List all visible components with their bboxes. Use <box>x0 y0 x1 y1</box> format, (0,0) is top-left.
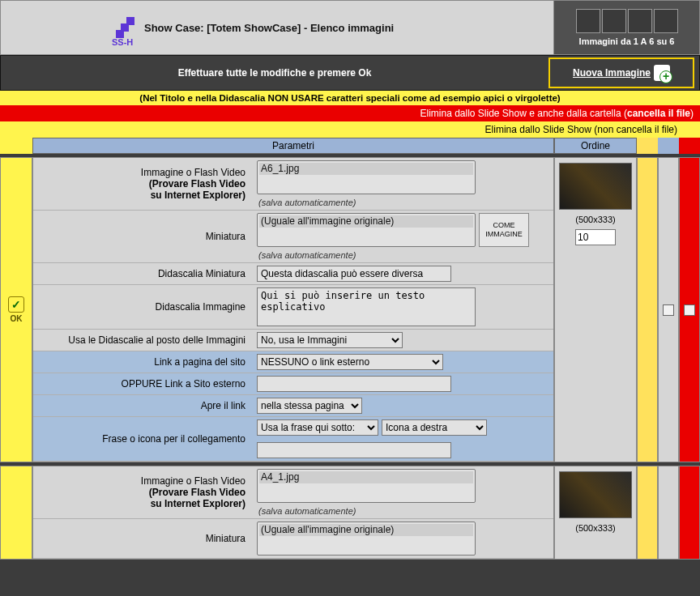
delete-slide-checkbox[interactable] <box>663 304 674 316</box>
image-file-select[interactable]: A6_1.jpg <box>257 160 476 194</box>
auto-save-note: (salva automaticamente) <box>257 250 548 260</box>
red-cell <box>679 157 700 462</box>
label-phrase-icon: Frase o icona per il collegamento <box>33 417 252 461</box>
header-right: Immagini da 1 A 6 su 6 <box>553 1 699 54</box>
phrase-input[interactable] <box>257 442 451 458</box>
miniature-select[interactable]: (Uguale all'immagine originale) <box>257 522 476 556</box>
params-cell: Immagine o Flash Video (Provare Flash Vi… <box>32 157 554 462</box>
header-left: SS-H Show Case: [Totem ShowCase] - Elenc… <box>1 1 553 54</box>
label-line2: (Provare Flash Video <box>149 487 245 498</box>
label-miniature: Miniatura <box>33 211 252 262</box>
action-message: Effettuare tutte le modifiche e premere … <box>1 67 548 79</box>
logo-label: SS-H <box>112 37 133 47</box>
image-file-select[interactable]: A4_1.jpg <box>257 469 476 503</box>
use-didascalie-select[interactable]: No, usa le Immagini <box>257 332 403 348</box>
delete-file-bold: cancella il file <box>627 108 690 119</box>
new-image-label: Nuova Immagine <box>573 67 651 79</box>
delete-file-text: Elimina dallo Slide Show e anche dalla c… <box>420 108 626 119</box>
delete-slide-bar: Elimina dallo Slide Show (non cancella i… <box>0 121 700 138</box>
image-row: OK Immagine o Flash Video (Provare Flash… <box>0 154 700 462</box>
blue-cell <box>658 157 679 462</box>
miniature-select[interactable]: (Uguale all'immagine originale) <box>257 213 476 247</box>
header-bar: SS-H Show Case: [Totem ShowCase] - Elenc… <box>0 0 700 55</box>
yellow-cell <box>637 466 658 560</box>
label-miniature: Miniatura <box>33 519 252 558</box>
order-dimensions: (500x333) <box>575 215 616 224</box>
label-link-page: Link a pagina del sito <box>33 351 252 372</box>
thumbnail[interactable] <box>602 9 626 33</box>
order-cell: (500x333) <box>554 466 637 560</box>
auto-save-note: (salva automaticamente) <box>257 506 548 516</box>
auto-save-note: (salva automaticamente) <box>257 198 548 207</box>
image-row: Immagine o Flash Video (Provare Flash Vi… <box>0 462 700 560</box>
red-cell <box>679 466 700 560</box>
label-line1: Immagine o Flash Video <box>141 475 245 487</box>
warning-bar: (Nel Titolo e nella Didascalia NON USARE… <box>0 91 700 105</box>
label-did-min: Didascalia Miniatura <box>33 263 252 284</box>
label-line3: su Internet Explorer) <box>151 498 245 509</box>
delete-file-bar: Elimina dallo Slide Show e anche dalla c… <box>0 105 700 121</box>
action-bar: Effettuare tutte le modifiche e premere … <box>0 55 700 91</box>
miniature-option[interactable]: (Uguale all'immagine originale) <box>259 524 473 536</box>
thumbnail[interactable] <box>576 9 600 33</box>
link-page-select[interactable]: NESSUNO o link esterno <box>257 354 443 370</box>
new-image-button[interactable]: Nuova Immagine <box>548 57 694 88</box>
come-immagine-button[interactable]: COME IMMAGINE <box>479 213 529 247</box>
thumbnail-strip <box>576 9 678 33</box>
image-counter: Immagini da 1 A 6 su 6 <box>579 36 675 46</box>
col-blue <box>658 138 679 154</box>
label-image-flash: Immagine o Flash Video (Provare Flash Vi… <box>33 158 252 210</box>
phrase-select-2[interactable]: Icona a destra <box>382 419 487 436</box>
add-icon <box>654 65 670 81</box>
phrase-select-1[interactable]: Usa la frase qui sotto: <box>257 419 378 436</box>
delete-file-suffix: ) <box>690 108 694 119</box>
yellow-cell <box>637 157 658 462</box>
delete-file-checkbox[interactable] <box>684 304 695 316</box>
label-line3: su Internet Explorer) <box>151 189 245 201</box>
didascalia-immagine-input[interactable]: Qui si può inserire un testo esplicativo <box>257 287 476 326</box>
open-link-select[interactable]: nella stessa pagina <box>257 398 362 414</box>
label-oppure: OPPURE Link a Sito esterno <box>33 373 252 394</box>
image-file-option[interactable]: A4_1.jpg <box>259 471 473 483</box>
miniature-option[interactable]: (Uguale all'immagine originale) <box>259 215 473 228</box>
order-dimensions: (500x333) <box>575 523 616 533</box>
image-file-option[interactable]: A6_1.jpg <box>259 163 473 175</box>
ok-cell <box>0 466 32 560</box>
thumbnail[interactable] <box>654 9 678 33</box>
ok-label: OK <box>11 314 23 323</box>
order-thumbnail[interactable] <box>559 471 632 518</box>
didascalia-miniatura-input[interactable] <box>257 266 451 282</box>
label-image-flash: Immagine o Flash Video (Provare Flash Vi… <box>33 466 252 518</box>
ok-icon[interactable] <box>8 296 24 313</box>
params-cell: Immagine o Flash Video (Provare Flash Vi… <box>32 466 554 560</box>
label-line1: Immagine o Flash Video <box>141 167 245 178</box>
col-params: Parametri <box>32 138 554 154</box>
label-did-img: Didascalia Immagine <box>33 285 252 329</box>
blue-cell <box>658 466 679 560</box>
col-ok <box>0 138 32 154</box>
external-link-input[interactable] <box>257 376 451 392</box>
label-use-did: Usa le Didascalie al posto delle Immagin… <box>33 330 252 351</box>
label-open-link: Apre il link <box>33 395 252 416</box>
column-header-row: Parametri Ordine <box>0 138 700 154</box>
label-line2: (Provare Flash Video <box>149 178 245 189</box>
app-logo-icon: SS-H <box>118 17 139 38</box>
col-order: Ordine <box>554 138 637 154</box>
order-thumbnail[interactable] <box>559 163 632 210</box>
ok-cell: OK <box>0 157 32 462</box>
order-input[interactable] <box>575 229 616 245</box>
thumbnail[interactable] <box>628 9 652 33</box>
col-red <box>679 138 700 154</box>
col-yellow <box>637 138 658 154</box>
order-cell: (500x333) <box>554 157 637 462</box>
page-title: Show Case: [Totem ShowCase] - Elenco imm… <box>144 22 394 34</box>
